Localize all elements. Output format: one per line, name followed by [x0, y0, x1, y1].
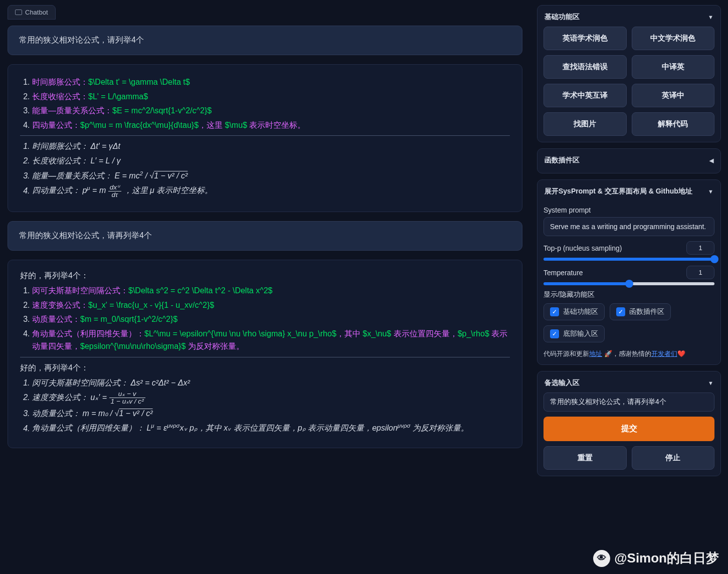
system-prompt-label: System prompt: [543, 206, 714, 214]
show-hide-label: 显示/隐藏功能区: [543, 290, 714, 299]
checkbox-plugins-area[interactable]: ✓ 函数插件区: [610, 303, 671, 320]
topp-label: Top-p (nucleus sampling): [543, 244, 622, 252]
chevron-down-icon: ▼: [708, 380, 713, 386]
bot-message: 好的，再列举4个： 闵可夫斯基时空间隔公式：$\Delta s^2 = c^2 …: [8, 260, 522, 448]
btn-english-polish[interactable]: 英语学术润色: [543, 27, 627, 50]
topp-value[interactable]: 1: [686, 241, 714, 255]
devs-link[interactable]: 开发者们: [651, 350, 677, 357]
btn-explain-code[interactable]: 解释代码: [632, 112, 715, 136]
alt-input-title: 备选输入区: [544, 378, 580, 388]
sysprompt-title: 展开SysPrompt & 交互界面布局 & Github地址: [544, 187, 692, 196]
btn-find-image[interactable]: 找图片: [543, 112, 627, 136]
chevron-down-icon: ▼: [708, 188, 713, 195]
check-icon: ✓: [616, 307, 625, 316]
basic-area-header[interactable]: 基础功能区 ▼: [543, 11, 714, 27]
chatbot-icon: [15, 10, 22, 15]
checkbox-basic-area[interactable]: ✓ 基础功能区: [543, 303, 605, 320]
temperature-label: Temperature: [543, 269, 583, 277]
basic-area-title: 基础功能区: [544, 13, 580, 22]
chat-tab[interactable]: Chatbot: [8, 5, 56, 20]
btn-academic-trans[interactable]: 学术中英互译: [543, 84, 627, 107]
temperature-slider[interactable]: [543, 282, 714, 285]
stop-button[interactable]: 停止: [632, 446, 715, 470]
check-icon: ✓: [550, 307, 559, 316]
sysprompt-panel: 展开SysPrompt & 交互界面布局 & Github地址 ▼ System…: [537, 179, 721, 365]
topp-slider[interactable]: [543, 258, 714, 261]
chevron-left-icon: ◀: [709, 157, 713, 164]
basic-area-panel: 基础功能区 ▼ 英语学术润色 中文学术润色 查找语法错误 中译英 学术中英互译 …: [537, 5, 721, 142]
btn-chinese-polish[interactable]: 中文学术润色: [632, 27, 715, 50]
plugins-header[interactable]: 函数插件区 ◀: [543, 154, 714, 167]
btn-en-to-zh[interactable]: 英译中: [632, 84, 715, 107]
plugins-panel: 函数插件区 ◀: [537, 148, 721, 173]
reset-button[interactable]: 重置: [543, 446, 627, 470]
checkbox-bottom-input[interactable]: ✓ 底部输入区: [543, 325, 605, 342]
alt-input-header[interactable]: 备选输入区 ▼: [543, 376, 714, 393]
temperature-value[interactable]: 1: [686, 266, 714, 279]
chat-tab-label: Chatbot: [25, 9, 48, 16]
repo-link[interactable]: 地址: [589, 350, 602, 357]
chevron-down-icon: ▼: [708, 14, 713, 20]
user-message: 常用的狭义相对论公式，请再列举4个: [8, 221, 522, 251]
btn-find-grammar[interactable]: 查找语法错误: [543, 55, 627, 79]
sysprompt-header[interactable]: 展开SysPrompt & 交互界面布局 & Github地址 ▼: [543, 185, 714, 201]
submit-button[interactable]: 提交: [543, 417, 714, 441]
alt-input-field[interactable]: [543, 393, 714, 412]
plugins-title: 函数插件区: [544, 156, 580, 165]
check-icon: ✓: [550, 329, 559, 338]
btn-zh-to-en[interactable]: 中译英: [632, 55, 715, 79]
alt-input-panel: 备选输入区 ▼ 提交 重置 停止: [537, 371, 721, 476]
bot-message: 时间膨胀公式：$\Delta t' = \gamma \Delta t$ 长度收…: [8, 64, 522, 212]
credits-text: 代码开源和更新地址 🚀，感谢热情的开发者们❤️: [543, 349, 714, 358]
user-message: 常用的狭义相对论公式，请列举4个: [8, 26, 522, 55]
system-prompt-input[interactable]: [543, 217, 714, 236]
